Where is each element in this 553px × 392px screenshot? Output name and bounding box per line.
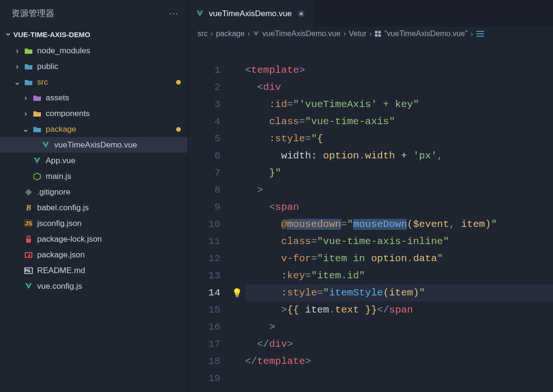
tree-label: .gitignore — [37, 187, 188, 197]
file-item[interactable]: ›vueTimeAxisDemo.vue — [0, 137, 188, 153]
breadcrumb-item[interactable]: "vueTimeAxisDemo.vue" — [384, 29, 467, 38]
file-item[interactable]: ›README.md — [0, 263, 188, 278]
folder-item[interactable]: ›components — [0, 106, 188, 121]
breadcrumbs[interactable]: src › package › vueTimeAxisDemo.vue › Ve… — [188, 27, 553, 41]
vue-icon — [196, 10, 204, 18]
tree-label: README.md — [37, 266, 188, 275]
babel-icon: B — [24, 203, 33, 213]
svg-rect-2 — [29, 254, 30, 257]
tree-label: main.js — [46, 172, 188, 181]
folder-public-icon — [24, 62, 33, 71]
chevron-right-icon: › — [13, 46, 21, 56]
symbol-icon — [375, 30, 381, 37]
svg-rect-7 — [375, 34, 377, 37]
tree-label: public — [37, 62, 188, 71]
tree-label: package.json — [37, 250, 188, 260]
folder-pkg-icon — [32, 125, 42, 134]
chevron-right-icon: › — [369, 29, 372, 38]
editor-tabs: vueTimeAxisDemo.vue — [188, 0, 553, 27]
chevron-right-icon: › — [247, 29, 250, 38]
svg-rect-5 — [375, 31, 377, 33]
explorer-sidebar: 资源管理器 ··· VUE-TIME-AXIS-DEMO ›node_modul… — [0, 0, 188, 392]
folder-item[interactable]: ›node_modules — [0, 43, 188, 59]
tree-label: package — [46, 125, 176, 134]
tree-label: vueTimeAxisDemo.vue — [54, 140, 188, 150]
tree-label: assets — [46, 93, 188, 103]
git-icon — [24, 187, 33, 197]
node-icon — [32, 172, 42, 181]
chevron-right-icon: › — [22, 93, 30, 103]
file-item[interactable]: ›vue.config.js — [0, 278, 188, 294]
breadcrumb-item[interactable]: src — [198, 29, 207, 38]
folder-assets-icon — [32, 93, 42, 103]
editor-pane: vueTimeAxisDemo.vue src › package › vueT… — [188, 0, 553, 392]
vue-icon — [41, 140, 50, 150]
code-area[interactable]: 12345678910111213141516171819 💡 <templat… — [188, 41, 553, 392]
tab-label: vueTimeAxisDemo.vue — [209, 9, 292, 19]
vue-icon — [253, 30, 259, 37]
file-item[interactable]: ›package.json — [0, 247, 188, 263]
tree-label: App.vue — [46, 156, 188, 166]
folder-item[interactable]: ⌄package — [0, 121, 188, 137]
file-item[interactable]: ›JSjsconfig.json — [0, 216, 188, 231]
chevron-right-icon: › — [22, 109, 30, 118]
explorer-title: 资源管理器 — [11, 8, 54, 19]
tree-label: src — [37, 78, 176, 87]
file-item[interactable]: ›.gitignore — [0, 184, 188, 200]
chevron-right-icon: › — [13, 62, 21, 71]
line-numbers: 12345678910111213141516171819 — [188, 62, 229, 392]
breadcrumb-item[interactable]: vueTimeAxisDemo.vue — [262, 29, 340, 38]
json-icon: JS — [24, 219, 33, 228]
project-section-header[interactable]: VUE-TIME-AXIS-DEMO — [0, 27, 188, 42]
folder-comp-icon — [32, 109, 42, 118]
modified-dot-icon — [176, 80, 181, 85]
breadcrumb-item[interactable]: package — [216, 29, 245, 38]
folder-item[interactable]: ›public — [0, 59, 188, 74]
svg-rect-6 — [378, 31, 381, 33]
file-item[interactable]: ›App.vue — [0, 153, 188, 168]
tree-label: vue.config.js — [37, 282, 188, 291]
glyph-margin: 💡 — [229, 62, 245, 392]
folder-node-icon — [24, 46, 33, 56]
code-content[interactable]: <template> <div :id="'vueTimeAxis' + key… — [245, 62, 553, 392]
svg-rect-0 — [26, 239, 31, 243]
vue-icon — [24, 282, 33, 291]
file-item[interactable]: ›package-lock.json — [0, 231, 188, 247]
project-name: VUE-TIME-AXIS-DEMO — [13, 30, 90, 39]
tab-close-icon[interactable] — [296, 9, 306, 19]
tree-label: node_modules — [37, 46, 188, 56]
vue-icon — [32, 156, 42, 166]
tree-label: jsconfig.json — [37, 219, 188, 228]
chevron-right-icon: › — [343, 29, 346, 38]
breadcrumb-overflow-icon[interactable] — [476, 30, 484, 37]
modified-dot-icon — [176, 127, 181, 132]
chevron-down-icon — [4, 30, 12, 39]
file-tree: ›node_modules›public⌄src›assets›componen… — [0, 42, 188, 392]
file-item[interactable]: ›main.js — [0, 168, 188, 184]
npm-icon — [24, 250, 33, 260]
tree-label: babel.config.js — [37, 203, 188, 213]
tree-label: components — [46, 109, 188, 118]
chevron-right-icon: › — [471, 29, 473, 38]
chevron-down-icon: ⌄ — [22, 124, 30, 134]
lock-icon — [24, 235, 33, 244]
chevron-right-icon: › — [210, 29, 213, 38]
folder-src-icon — [24, 78, 33, 87]
svg-rect-8 — [378, 34, 381, 37]
md-icon — [24, 266, 33, 275]
file-item[interactable]: ›Bbabel.config.js — [0, 200, 188, 216]
explorer-header: 资源管理器 ··· — [0, 0, 188, 27]
folder-item[interactable]: ›assets — [0, 90, 188, 106]
breadcrumb-item[interactable]: Vetur — [349, 29, 366, 38]
explorer-more-icon[interactable]: ··· — [169, 9, 179, 19]
tab-active[interactable]: vueTimeAxisDemo.vue — [188, 0, 314, 27]
tree-label: package-lock.json — [37, 235, 188, 244]
chevron-down-icon: ⌄ — [13, 77, 21, 87]
folder-item[interactable]: ⌄src — [0, 74, 188, 90]
